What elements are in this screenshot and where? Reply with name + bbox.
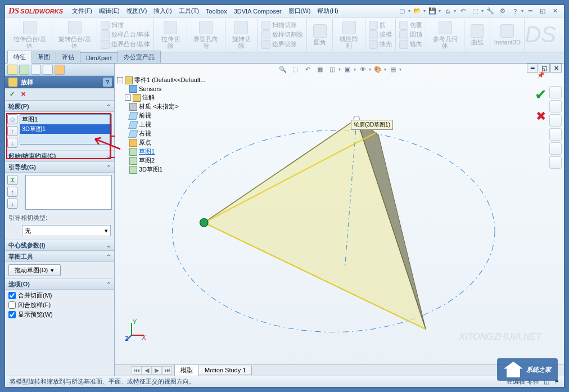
tree-collapse-icon[interactable]: − bbox=[117, 77, 123, 83]
profile-callout[interactable]: 轮廓(3D草图1) bbox=[351, 120, 393, 130]
rib-button[interactable]: 筋 bbox=[369, 21, 392, 30]
tree-top-plane[interactable]: 上视 bbox=[139, 120, 151, 129]
bottom-tab-motion[interactable]: Motion Study 1 bbox=[198, 366, 252, 375]
qat-print-icon[interactable]: ⎙ bbox=[442, 6, 453, 16]
section-centerline-header[interactable]: 中心线参数(I)⌄ bbox=[5, 240, 114, 251]
tree-root-label[interactable]: 零件1 (Default<<Default... bbox=[134, 76, 206, 84]
tab-evaluate[interactable]: 评估 bbox=[56, 51, 80, 63]
tab-office[interactable]: 办公室产品 bbox=[118, 51, 161, 63]
display-manager-tab-icon[interactable] bbox=[55, 65, 65, 75]
confirm-cancel-icon[interactable]: ✖ bbox=[536, 109, 546, 124]
shell-button[interactable]: 抽壳 bbox=[369, 40, 392, 49]
qat-select-icon[interactable]: ⬚ bbox=[469, 6, 481, 16]
profiles-listbox[interactable]: 草图1 3D草图1 bbox=[20, 114, 112, 145]
revolve-boss-button[interactable]: 旋转凸台/基体 bbox=[56, 20, 93, 50]
bottom-tab-model[interactable]: 模型 bbox=[174, 365, 199, 376]
menu-edit[interactable]: 编辑(E) bbox=[96, 6, 123, 16]
pm-help-button[interactable]: ? bbox=[103, 78, 112, 87]
menu-help[interactable]: 帮助(H) bbox=[314, 6, 341, 16]
qat-new-icon[interactable]: ▢ bbox=[396, 6, 408, 16]
guides-listbox[interactable] bbox=[25, 175, 112, 210]
tab-nav-next-icon[interactable]: ▶ bbox=[152, 366, 162, 375]
property-manager-tab-icon[interactable] bbox=[19, 65, 29, 75]
guide-move-up-button[interactable]: ↑ bbox=[7, 187, 17, 197]
window-minimize-button[interactable]: ━ bbox=[525, 6, 536, 16]
guide-tangent-select[interactable]: 无▾ bbox=[22, 225, 111, 236]
pm-cancel-button[interactable]: ✕ bbox=[19, 90, 28, 99]
section-sketchtools-header[interactable]: 草图工具⌃ bbox=[5, 251, 114, 262]
tree-material[interactable]: 材质 <未指定> bbox=[139, 102, 179, 111]
instant3d-button[interactable]: Instant3D bbox=[492, 23, 523, 47]
draft-button[interactable]: 拔模 bbox=[369, 30, 392, 39]
tree-right-plane[interactable]: 右视 bbox=[139, 129, 151, 138]
curves-button[interactable]: 曲线 bbox=[468, 23, 486, 47]
cut-revolve-button[interactable]: 旋转切除 bbox=[229, 20, 254, 50]
taskpane-appearance-icon[interactable] bbox=[549, 142, 562, 155]
dome-button[interactable]: 圆顶 bbox=[399, 30, 422, 39]
loft-boss-button[interactable]: 放样凸台/基体 bbox=[101, 30, 150, 39]
tab-nav-prev-icon[interactable]: ◀ bbox=[142, 366, 152, 375]
reference-geometry-button[interactable]: 参考几何体 bbox=[430, 20, 460, 50]
tree-sketch1[interactable]: 草图1 bbox=[139, 147, 155, 156]
prev-view-icon[interactable]: ↶ bbox=[302, 64, 313, 74]
linear-pattern-button[interactable]: 线性阵列 bbox=[336, 20, 362, 50]
window-restore-button[interactable]: ◱ bbox=[537, 6, 548, 16]
qat-undo-icon[interactable]: ↶ bbox=[457, 6, 468, 16]
taskpane-explorer-icon[interactable] bbox=[549, 114, 562, 127]
tree-3dsketch1[interactable]: 3D草图1 bbox=[139, 165, 162, 174]
sweep-button[interactable]: 扫描 bbox=[101, 21, 150, 30]
doc-close-button[interactable]: ✕ bbox=[550, 64, 562, 73]
menu-insert[interactable]: 插入(I) bbox=[150, 6, 175, 16]
pushpin-icon[interactable]: 📌 bbox=[535, 69, 547, 80]
tree-sketch2[interactable]: 草图2 bbox=[139, 156, 155, 165]
confirm-ok-icon[interactable]: ✔ bbox=[535, 86, 547, 103]
show-preview-checkbox[interactable]: 显示预览(W) bbox=[8, 310, 111, 319]
config-manager-tab-icon[interactable] bbox=[31, 65, 41, 75]
fillet-button[interactable]: 圆角 bbox=[311, 23, 329, 47]
extrude-boss-button[interactable]: 拉伸凸台/基体 bbox=[11, 20, 48, 50]
cut-loft-button[interactable]: 放样切割除 bbox=[261, 30, 303, 39]
hole-wizard-button[interactable]: 异型孔向导 bbox=[191, 20, 222, 50]
taskpane-view-icon[interactable] bbox=[549, 128, 562, 141]
qat-options-icon[interactable]: ⚙ bbox=[497, 6, 508, 16]
closed-loft-checkbox[interactable]: 闭合放样(F) bbox=[8, 301, 111, 309]
pm-ok-button[interactable]: ✓ bbox=[7, 90, 16, 99]
menu-view[interactable]: 视图(V) bbox=[123, 6, 151, 16]
menu-composer[interactable]: 3DVIA Composer bbox=[231, 7, 285, 16]
section-guides-header[interactable]: 引导线(G)⌃ bbox=[5, 161, 114, 173]
taskpane-resources-icon[interactable] bbox=[549, 86, 562, 98]
zoom-fit-icon[interactable]: 🔍 bbox=[277, 64, 288, 74]
drag-sketch-button[interactable]: 拖动草图(D) ▼ bbox=[8, 264, 61, 276]
taskpane-custom-icon[interactable] bbox=[549, 156, 562, 169]
menu-tools[interactable]: 工具(T) bbox=[175, 6, 202, 16]
menu-file[interactable]: 文件(F) bbox=[69, 6, 96, 16]
section-options-header[interactable]: 选项(O)⌃ bbox=[5, 278, 114, 290]
cut-boundary-button[interactable]: 边界切除 bbox=[261, 40, 303, 49]
appearance-icon[interactable]: 🎨 bbox=[372, 64, 383, 74]
tree-sensors[interactable]: Sensors bbox=[139, 85, 161, 92]
tab-nav-last-icon[interactable]: ⏭ bbox=[162, 366, 172, 375]
merge-tangent-checkbox[interactable]: 合并切面(M) bbox=[8, 291, 111, 300]
tab-nav-first-icon[interactable]: ⏮ bbox=[132, 366, 142, 375]
boundary-boss-button[interactable]: 边界凸台/基体 bbox=[101, 40, 150, 49]
orientation-triad[interactable]: Y X Z bbox=[125, 319, 147, 342]
qat-open-icon[interactable]: 📂 bbox=[412, 6, 423, 16]
hide-show-icon[interactable]: 👁 bbox=[357, 64, 368, 74]
taskpane-library-icon[interactable] bbox=[549, 100, 562, 112]
cut-extrude-button[interactable]: 拉伸切除 bbox=[157, 20, 183, 50]
section-view-icon[interactable]: ▦ bbox=[314, 64, 326, 74]
mirror-button[interactable]: 镜向 bbox=[399, 40, 422, 49]
tree-origin[interactable]: 原点 bbox=[139, 138, 151, 147]
tab-features[interactable]: 特征 bbox=[7, 51, 32, 64]
wrap-button[interactable]: 包覆 bbox=[399, 21, 422, 30]
profile-item-1[interactable]: 草图1 bbox=[20, 115, 111, 124]
section-startend-header[interactable]: 起始/结束约束(C)⌄ bbox=[5, 150, 114, 161]
tab-dimxpert[interactable]: DimXpert bbox=[80, 52, 118, 63]
guide-move-down-button[interactable]: ↓ bbox=[7, 199, 17, 209]
section-profiles-header[interactable]: 轮廓(P)⌃ bbox=[5, 101, 114, 112]
feature-manager-tab-icon[interactable] bbox=[7, 65, 17, 75]
profile-diamond-icon[interactable]: ◇ bbox=[7, 114, 17, 124]
tree-expand-icon[interactable]: + bbox=[125, 94, 131, 101]
qat-rebuild-icon[interactable]: 🔧 bbox=[485, 6, 496, 16]
qat-search-icon[interactable]: ? bbox=[509, 6, 521, 16]
